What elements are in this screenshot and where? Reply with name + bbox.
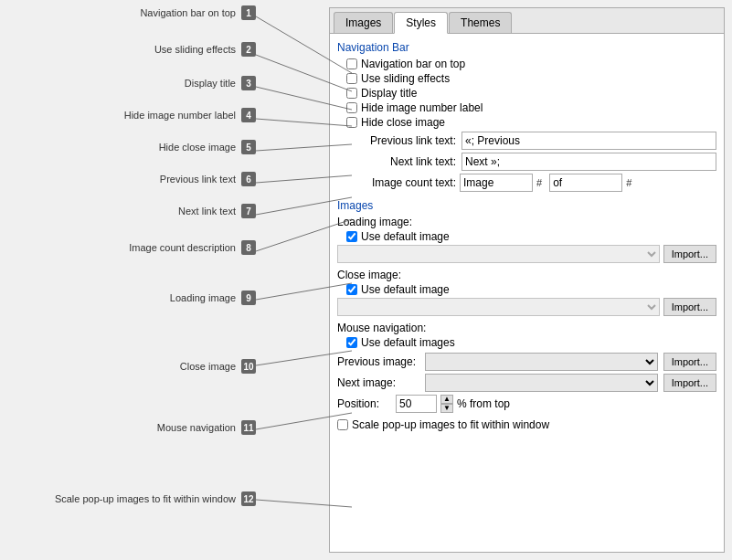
prev-image-label: Previous image: <box>337 355 419 368</box>
annotation-badge-12: 12 <box>241 491 256 506</box>
mouse-nav-section: Mouse navigation: Use default images Pre… <box>337 322 716 413</box>
hide-close-image-row: Hide close image <box>346 116 716 129</box>
loading-default-row: Use default image <box>346 230 716 243</box>
image-count-of-input[interactable] <box>549 174 622 192</box>
hide-close-image-label: Hide close image <box>361 116 445 129</box>
close-image-select[interactable] <box>337 298 660 316</box>
mouse-default-label: Use default images <box>361 336 455 349</box>
main-container: Navigation bar on top 1 Use sliding effe… <box>0 0 732 560</box>
annotation-label-1: Navigation bar on top <box>140 7 236 18</box>
annotation-label-7: Next link text <box>178 206 236 217</box>
image-count-input[interactable] <box>460 174 533 192</box>
annotation-badge-4: 4 <box>241 108 256 122</box>
annotation-5: Hide close image 5 <box>159 140 256 154</box>
annotation-label-5: Hide close image <box>159 142 236 153</box>
annotation-label-10: Close image <box>180 361 236 372</box>
annotation-11: Mouse navigation 11 <box>157 420 256 435</box>
annotation-label-8: Image count description <box>129 242 236 253</box>
annotation-1: Navigation bar on top 1 <box>140 5 256 20</box>
annotation-badge-10: 10 <box>241 359 256 374</box>
next-image-import-button[interactable]: Import... <box>663 374 716 392</box>
position-label: Position: <box>337 397 392 410</box>
tab-images[interactable]: Images <box>334 12 393 33</box>
annotation-badge-3: 3 <box>241 76 256 90</box>
nav-bar-section-title: Navigation Bar <box>337 41 716 54</box>
position-down-button[interactable]: ▼ <box>440 404 453 413</box>
display-title-label: Display title <box>361 87 417 100</box>
loading-import-button[interactable]: Import... <box>663 245 716 263</box>
annotation-4: Hide image number label 4 <box>124 108 256 122</box>
annotation-label-12: Scale pop-up images to fit within window <box>55 493 236 504</box>
position-spinner[interactable]: ▲ ▼ <box>440 395 453 413</box>
annotation-label-2: Use sliding effects <box>154 44 236 55</box>
next-link-row: Next link text: <box>337 153 716 171</box>
hide-image-number-row: Hide image number label <box>346 101 716 114</box>
close-default-label: Use default image <box>361 283 450 296</box>
prev-image-select[interactable] <box>425 353 658 371</box>
mouse-default-checkbox[interactable] <box>346 337 357 348</box>
prev-image-import-button[interactable]: Import... <box>663 353 716 371</box>
annotation-10: Close image 10 <box>180 359 256 374</box>
previous-link-input[interactable] <box>461 132 716 150</box>
annotation-badge-6: 6 <box>241 172 256 186</box>
mouse-default-row: Use default images <box>346 336 716 349</box>
position-up-button[interactable]: ▲ <box>440 395 453 404</box>
next-image-label: Next image: <box>337 376 419 389</box>
annotation-7: Next link text 7 <box>178 204 256 218</box>
loading-image-select[interactable] <box>337 245 660 263</box>
prev-image-row: Previous image: Import... <box>337 353 716 371</box>
scale-checkbox-row: Scale pop-up images to fit within window <box>337 418 716 431</box>
next-link-input[interactable] <box>461 153 716 171</box>
settings-panel: Images Styles Themes Navigation Bar Navi… <box>329 7 725 553</box>
scale-checkbox[interactable] <box>337 419 348 430</box>
annotation-label-4: Hide image number label <box>124 110 236 121</box>
nav-bar-on-top-row: Navigation bar on top <box>346 58 716 70</box>
position-suffix: % from top <box>457 397 510 410</box>
previous-link-row: Previous link text: <box>337 132 716 150</box>
annotation-badge-9: 9 <box>241 291 256 305</box>
sliding-effects-label: Use sliding effects <box>361 72 450 85</box>
display-title-row: Display title <box>346 87 716 100</box>
annotation-badge-2: 2 <box>241 42 256 57</box>
close-default-checkbox[interactable] <box>346 284 357 295</box>
next-image-row: Next image: Import... <box>337 374 716 392</box>
loading-default-checkbox[interactable] <box>346 231 357 242</box>
annotation-9: Loading image 9 <box>170 291 256 305</box>
position-row: Position: ▲ ▼ % from top <box>337 395 716 413</box>
hide-image-number-checkbox[interactable] <box>346 102 357 113</box>
annotations-area: Navigation bar on top 1 Use sliding effe… <box>0 0 329 560</box>
annotation-badge-5: 5 <box>241 140 256 154</box>
annotation-badge-7: 7 <box>241 204 256 218</box>
close-image-section: Close image: Use default image Import... <box>337 269 716 316</box>
annotation-badge-8: 8 <box>241 240 256 255</box>
panel-content: Navigation Bar Navigation bar on top Use… <box>330 34 724 552</box>
annotation-label-6: Previous link text <box>160 174 236 185</box>
position-input[interactable] <box>396 395 437 413</box>
image-count-label: Image count text: <box>337 176 456 189</box>
tab-themes[interactable]: Themes <box>449 12 512 33</box>
annotation-label-3: Display title <box>185 78 236 89</box>
annotation-badge-1: 1 <box>241 5 256 20</box>
nav-bar-on-top-checkbox[interactable] <box>346 58 357 69</box>
annotation-12: Scale pop-up images to fit within window… <box>55 491 256 506</box>
next-link-label: Next link text: <box>337 155 456 168</box>
annotation-6: Previous link text 6 <box>160 172 256 186</box>
mouse-nav-title: Mouse navigation: <box>337 322 716 334</box>
tab-styles[interactable]: Styles <box>394 12 448 34</box>
close-image-dropdown-row: Import... <box>337 298 716 316</box>
hide-image-number-label: Hide image number label <box>361 101 483 114</box>
loading-image-title: Loading image: <box>337 216 716 228</box>
close-import-button[interactable]: Import... <box>663 298 716 316</box>
hide-close-image-checkbox[interactable] <box>346 117 357 128</box>
image-count-hash1: # <box>536 177 542 188</box>
next-image-select[interactable] <box>425 374 658 392</box>
display-title-checkbox[interactable] <box>346 88 357 99</box>
scale-checkbox-label: Scale pop-up images to fit within window <box>352 418 549 431</box>
loading-image-section: Loading image: Use default image Import.… <box>337 216 716 263</box>
annotation-2: Use sliding effects 2 <box>154 42 256 57</box>
annotation-label-11: Mouse navigation <box>157 422 236 433</box>
loading-default-label: Use default image <box>361 230 450 243</box>
annotation-8: Image count description 8 <box>129 240 256 255</box>
sliding-effects-checkbox[interactable] <box>346 73 357 84</box>
previous-link-label: Previous link text: <box>337 134 456 147</box>
